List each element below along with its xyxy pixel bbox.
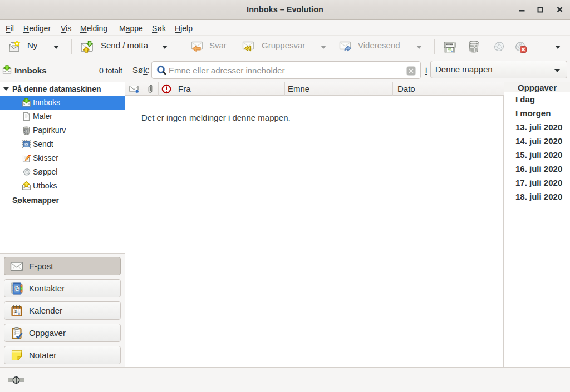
svg-text:3: 3 xyxy=(14,309,17,314)
svg-text:@: @ xyxy=(14,285,19,291)
